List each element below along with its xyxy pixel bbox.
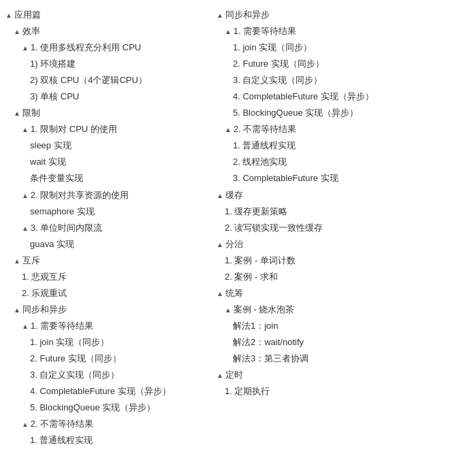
tree-item[interactable]: 1. 需要等待结果 <box>5 318 211 334</box>
tree-item-label: 2. 案例 - 求和 <box>225 272 278 282</box>
tree-item[interactable]: 2) 双核 CPU（4个逻辑CPU） <box>5 72 211 88</box>
tree-item[interactable]: sleep 实现 <box>5 137 211 154</box>
tree-item-label: 2) 双核 CPU（4个逻辑CPU） <box>30 75 147 85</box>
tree-item[interactable]: 1. 悲观互斥 <box>5 269 211 285</box>
tree-item[interactable]: 分治 <box>217 236 456 253</box>
tree-item[interactable]: 3. 自定义实现（同步） <box>217 72 456 88</box>
tree-item[interactable]: 解法1：join <box>217 318 456 334</box>
tree-item[interactable]: 1. join 实现（同步） <box>217 39 456 56</box>
tree-item-label: 分治 <box>225 239 243 249</box>
tree-item-label: 解法1：join <box>233 321 278 331</box>
tree-item[interactable]: 定时 <box>217 367 456 383</box>
tree-item-label: 1. 普通线程实现 <box>233 140 296 150</box>
tree-item[interactable]: 解法2：wait/notify <box>217 334 456 351</box>
tree-item[interactable]: 2. 不需等待结果 <box>217 121 456 137</box>
tree-item-label: 3. CompletableFuture 实现 <box>233 173 338 183</box>
tree-item[interactable]: 1. 案例 - 单词计数 <box>217 253 456 269</box>
tree-item[interactable]: wait 实现 <box>5 154 211 170</box>
tree-item[interactable]: 条件变量实现 <box>5 170 211 186</box>
tree-item-label: 缓存 <box>225 190 243 200</box>
tree-item-label: 1. join 实现（同步） <box>233 42 312 52</box>
tree-item[interactable]: 2. 不需等待结果 <box>5 416 211 432</box>
tree-item-label: 2. 不需等待结果 <box>234 124 296 134</box>
tree-item-label: 效率 <box>22 26 40 36</box>
tree-item-label: 解法2：wait/notify <box>233 337 304 347</box>
tree-item[interactable]: 1. 普通线程实现 <box>5 432 211 449</box>
tree-item-label: 统筹 <box>225 288 243 298</box>
tree-item-label: 1. 悲观互斥 <box>22 272 67 282</box>
tree-item-label: 限制 <box>22 108 40 118</box>
tree-item[interactable]: 2. Future 实现（同步） <box>217 56 456 72</box>
tree-item[interactable]: 同步和异步 <box>217 7 456 23</box>
tree-item-label: 解法3：第三者协调 <box>233 353 308 363</box>
tree-item-label: 定时 <box>225 370 243 380</box>
left-column: 应用篇效率1. 使用多线程充分利用 CPU1) 环境搭建2) 双核 CPU（4个… <box>0 7 211 449</box>
tree-item[interactable]: 3. CompletableFuture 实现 <box>217 170 456 186</box>
tree-item[interactable]: 互斥 <box>5 253 211 269</box>
tree-item[interactable]: 1. 使用多线程充分利用 CPU <box>5 39 211 56</box>
tree-item[interactable]: 1. 普通线程实现 <box>217 137 456 154</box>
tree-item-label: semaphore 实现 <box>30 206 95 216</box>
tree-item-label: 1. 定期执行 <box>225 386 270 396</box>
tree-item[interactable]: 2. 限制对共享资源的使用 <box>5 187 211 204</box>
tree-item[interactable]: 3. 自定义实现（同步） <box>5 367 211 383</box>
tree-item-label: 3. 单位时间内限流 <box>31 223 102 233</box>
tree-item[interactable]: 5. BlockingQueue 实现（异步） <box>217 105 456 121</box>
tree-item-label: 1. join 实现（同步） <box>30 337 109 347</box>
tree-item[interactable]: 解法3：第三者协调 <box>217 351 456 367</box>
tree-item[interactable]: 1. 需要等待结果 <box>217 23 456 39</box>
tree-item[interactable]: 3) 单核 CPU <box>5 88 211 105</box>
tree-item[interactable]: 5. BlockingQueue 实现（异步） <box>5 400 211 416</box>
right-column: 同步和异步1. 需要等待结果1. join 实现（同步）2. Future 实现… <box>211 7 456 400</box>
tree-item[interactable]: 2. 线程池实现 <box>217 154 456 170</box>
tree-item-label: 1. 普通线程实现 <box>30 435 93 445</box>
tree-item-label: 1. 限制对 CPU 的使用 <box>31 124 117 134</box>
tree-item[interactable]: 同步和异步 <box>5 302 211 318</box>
tree-item[interactable]: 1. 限制对 CPU 的使用 <box>5 121 211 137</box>
tree-item-label: 2. 读写锁实现一致性缓存 <box>225 223 323 233</box>
tree-item-label: wait 实现 <box>30 157 66 167</box>
tree-item-label: 3. 自定义实现（同步） <box>30 370 119 380</box>
tree-item-label: 2. Future 实现（同步） <box>30 353 121 363</box>
tree-item-label: 3. 自定义实现（同步） <box>233 75 322 85</box>
tree-item[interactable]: 1. join 实现（同步） <box>5 334 211 351</box>
tree-item-label: 3) 单核 CPU <box>30 91 79 101</box>
tree-item[interactable]: 1. 定期执行 <box>217 383 456 400</box>
tree-item[interactable]: 缓存 <box>217 187 456 204</box>
tree-item[interactable]: 应用篇 <box>5 7 211 23</box>
tree-item-label: 案例 - 烧水泡茶 <box>234 304 295 314</box>
tree-item[interactable]: 2. Future 实现（同步） <box>5 351 211 367</box>
tree-item-label: 5. BlockingQueue 实现（异步） <box>30 402 155 412</box>
tree-item-label: 2. 乐观重试 <box>22 288 67 298</box>
tree-item-label: 4. CompletableFuture 实现（异步） <box>30 386 171 396</box>
tree-item-label: 2. 限制对共享资源的使用 <box>31 190 129 200</box>
tree-item[interactable]: semaphore 实现 <box>5 204 211 220</box>
tree-item-label: 2. 线程池实现 <box>233 157 287 167</box>
tree-item-label: 1) 环境搭建 <box>30 59 76 69</box>
tree-item-label: 1. 使用多线程充分利用 CPU <box>31 42 142 52</box>
tree-item[interactable]: 限制 <box>5 105 211 121</box>
tree-item-label: 1. 需要等待结果 <box>234 26 296 36</box>
tree-item[interactable]: 4. CompletableFuture 实现（异步） <box>5 383 211 400</box>
tree-item[interactable]: 2. 案例 - 求和 <box>217 269 456 285</box>
tree-item[interactable]: 统筹 <box>217 285 456 302</box>
tree-item[interactable]: 1) 环境搭建 <box>5 56 211 72</box>
tree-item-label: 1. 缓存更新策略 <box>225 206 287 216</box>
tree-item[interactable]: 2. 读写锁实现一致性缓存 <box>217 220 456 236</box>
tree-item-label: 应用篇 <box>14 10 41 20</box>
tree-item-label: 1. 案例 - 单词计数 <box>225 255 296 265</box>
tree-item[interactable]: 3. 单位时间内限流 <box>5 220 211 236</box>
tree-item-label: 同步和异步 <box>22 304 67 314</box>
tree-item[interactable]: 案例 - 烧水泡茶 <box>217 302 456 318</box>
tree-item[interactable]: 4. CompletableFuture 实现（异步） <box>217 88 456 105</box>
tree-item[interactable]: 2. 乐观重试 <box>5 285 211 302</box>
tree-item-label: 同步和异步 <box>225 10 270 20</box>
tree-item-label: 5. BlockingQueue 实现（异步） <box>233 108 358 118</box>
tree-item[interactable]: 1. 缓存更新策略 <box>217 204 456 220</box>
tree-item[interactable]: 效率 <box>5 23 211 39</box>
tree-item-label: guava 实现 <box>30 239 74 249</box>
tree-item[interactable]: guava 实现 <box>5 236 211 253</box>
tree-item-label: 互斥 <box>22 255 40 265</box>
tree-item-label: 2. 不需等待结果 <box>31 419 93 429</box>
tree-item-label: sleep 实现 <box>30 140 72 150</box>
